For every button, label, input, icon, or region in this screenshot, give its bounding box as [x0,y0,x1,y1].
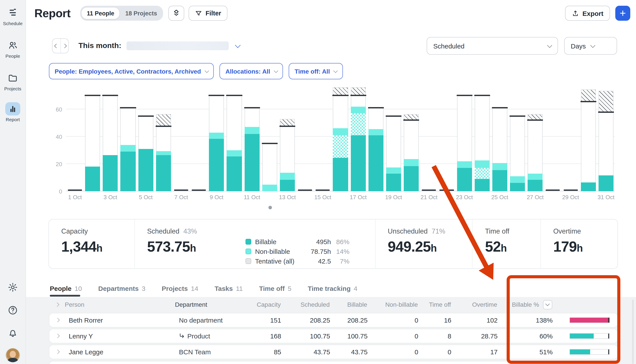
chart-bar-5-oct[interactable] [137,84,154,191]
legend-label: Billable [255,238,304,246]
table-row-jane-legge[interactable]: Jane LeggeBCN Team8543.7543.75001751% [49,344,618,359]
layers-button[interactable] [168,6,184,21]
chart-bar-9-oct[interactable] [208,84,226,191]
billable-pct-options-button[interactable] [543,300,552,309]
chevron-right-icon [55,334,59,338]
mode-select[interactable]: Scheduled [427,37,558,55]
chart-bar-20-oct[interactable] [402,84,420,191]
chart-bar-11-oct[interactable] [243,84,261,191]
toggle-people[interactable]: 11 People [81,7,120,20]
tab-tasks[interactable]: Tasks11 [215,281,243,296]
tentative-overflow-segment [581,90,596,101]
x-axis-label: 5 Oct [139,194,152,200]
tab-time-off[interactable]: Time off5 [259,281,292,296]
expand-row-button[interactable] [49,335,65,338]
tab-people[interactable]: People10 [50,281,82,296]
time-off-value: 52h [485,238,540,255]
chart-bar-15-oct[interactable] [314,84,332,191]
overtime-value: 179h [553,238,618,255]
column-header-department[interactable]: Department [175,301,250,308]
chart-bar-30-oct[interactable] [579,84,597,191]
sidebar-item-people[interactable]: People [0,39,26,58]
column-header-scheduled[interactable]: Scheduled [281,301,330,308]
chart-bar-8-oct[interactable] [190,84,208,191]
timeoff-filter-pill[interactable]: Time off: All [289,63,343,79]
chart-bar-28-oct[interactable] [544,84,562,191]
chart-bar-29-oct[interactable] [562,84,579,191]
tab-count: 5 [288,284,292,292]
non-billable-segment [350,106,366,113]
expand-row-button[interactable] [49,350,65,354]
chart-bar-24-oct[interactable] [473,84,491,191]
chart-bar-26-oct[interactable] [508,84,526,191]
sidebar-item-report[interactable]: Report [0,102,26,122]
table-row-lenny-y[interactable]: Lenny YProduct168100.75100.750828.7560% [49,329,618,343]
filter-button[interactable]: Filter [189,6,228,21]
chart-bar-21-oct[interactable] [420,84,438,191]
chart-bar-7-oct[interactable] [172,84,190,191]
unscheduled-value: 949.25h [388,238,472,255]
table-row-partial[interactable] [49,361,618,364]
expand-all-button[interactable] [49,303,65,306]
column-header-billable[interactable]: Billable [330,301,367,308]
prev-period-button[interactable] [52,39,60,53]
chart-bar-4-oct[interactable] [119,84,137,191]
overtime-cell: 17 [451,348,498,356]
scheduled-card: Scheduled43% 573.75h Billable495h86%Non-… [134,220,375,268]
chart-bar-1-oct[interactable] [66,84,84,191]
chart-bar-19-oct[interactable] [385,84,402,191]
chart-bar-14-oct[interactable] [296,84,314,191]
chart-bar-16-oct[interactable] [332,84,349,191]
tab-time-tracking[interactable]: Time tracking4 [308,281,357,296]
sidebar-item-label: Schedule [3,21,22,26]
expand-row-button[interactable] [49,319,65,322]
unit-select[interactable]: Days [564,37,617,55]
settings-button[interactable] [0,282,26,292]
chart-bar-2-oct[interactable] [84,84,101,191]
tentative-overflow-segment [333,88,348,95]
chart-bar-12-oct[interactable] [261,84,278,191]
non-billable-segment [209,132,224,138]
column-header-non_billable[interactable]: Non-billable [367,301,418,308]
add-button[interactable] [615,6,630,21]
next-period-button[interactable] [60,39,68,53]
export-button[interactable]: Export [565,6,610,21]
chart-bar-17-oct[interactable] [349,84,367,191]
billable-pct-bar-fill [570,350,590,354]
capacity-cap-line [527,120,543,121]
user-menu[interactable] [0,348,26,362]
chart-bar-3-oct[interactable] [102,84,119,191]
chart-bar-13-oct[interactable] [278,84,296,191]
column-header-overtime[interactable]: Overtime [451,301,497,308]
toggle-projects[interactable]: 18 Projects [120,8,162,19]
chart-bar-25-oct[interactable] [491,84,508,191]
sidebar-item-schedule[interactable]: Schedule [0,6,26,26]
billable-cell: 100.75 [330,332,368,340]
scrollbar[interactable] [632,300,634,364]
chart-pagination-dot[interactable] [268,206,272,209]
chart-bar-23-oct[interactable] [456,84,473,191]
tab-departments[interactable]: Departments3 [98,281,146,296]
chart-bar-6-oct[interactable] [155,84,172,191]
chart-bar-27-oct[interactable] [526,84,544,191]
tab-projects[interactable]: Projects14 [162,281,198,296]
filter-pills: People: Employees, Active, Contractors, … [49,63,343,79]
people-filter-pill[interactable]: People: Employees, Active, Contractors, … [49,63,214,79]
chart-bar-22-oct[interactable] [438,84,456,191]
x-axis-label: 3 Oct [104,194,117,200]
chart-bar-31-oct[interactable] [597,84,615,191]
help-button[interactable] [0,305,26,316]
sidebar-item-projects[interactable]: Projects [0,72,26,91]
table-row-beth-rorrer[interactable]: Beth RorrerNo department151208.25208.250… [49,313,618,328]
notifications-button[interactable] [0,328,26,338]
column-header-capacity[interactable]: Capacity [250,301,281,308]
billable-segment [138,149,153,191]
tab-label: Tasks [215,284,233,292]
chart-bar-10-oct[interactable] [226,84,243,191]
period-chevron-down-icon[interactable] [235,42,241,48]
allocations-filter-pill[interactable]: Allocations: All [220,63,283,79]
column-header-person[interactable]: Person [65,301,175,308]
chart-bar-18-oct[interactable] [367,84,384,191]
column-header-time_off[interactable]: Time off [418,301,451,308]
period-value-redacted[interactable] [127,42,229,50]
